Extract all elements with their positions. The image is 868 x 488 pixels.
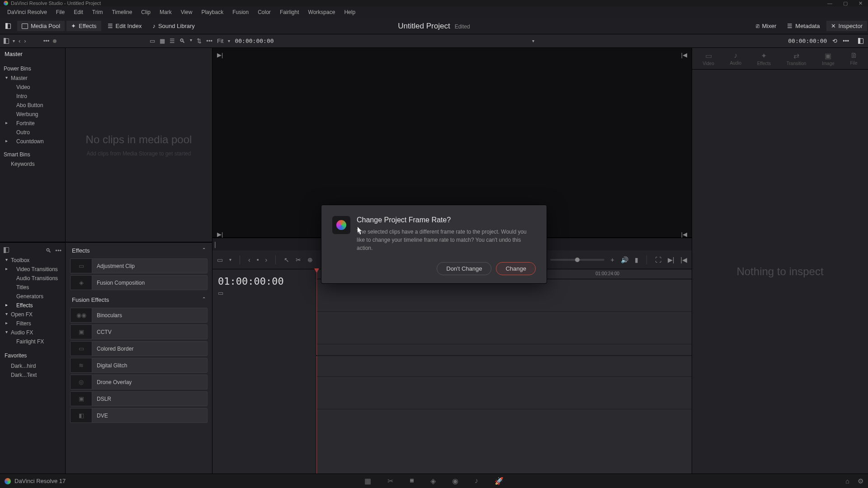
dialog-body: The selected clips have a different fram… bbox=[357, 228, 536, 252]
resolve-logo-icon bbox=[332, 216, 350, 234]
dont-change-button[interactable]: Don't Change bbox=[437, 262, 491, 275]
change-button[interactable]: Change bbox=[496, 262, 536, 275]
dialog-title: Change Project Frame Rate? bbox=[357, 216, 536, 224]
dialog-overlay: Change Project Frame Rate? The selected … bbox=[0, 0, 868, 488]
frame-rate-dialog: Change Project Frame Rate? The selected … bbox=[321, 205, 547, 284]
